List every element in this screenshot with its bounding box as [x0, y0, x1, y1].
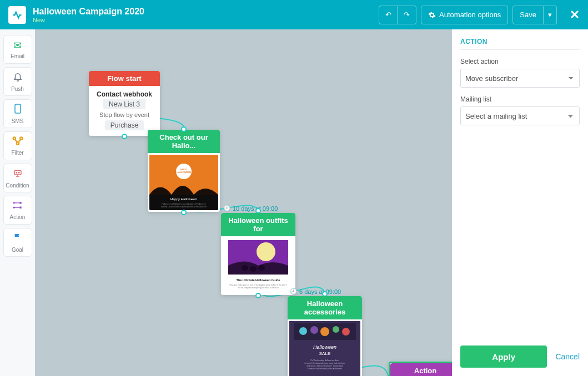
tool-push[interactable]: Push: [3, 67, 32, 96]
tool-email[interactable]: ✉ Email: [3, 35, 32, 64]
phone-icon: [14, 104, 22, 116]
connector-dot[interactable]: [122, 134, 127, 139]
bell-icon: [13, 72, 23, 84]
svg-rect-15: [19, 202, 21, 204]
properties-sidebar: ACTION Select action Move subscriber Mai…: [452, 29, 588, 376]
close-icon: [570, 9, 580, 19]
svg-rect-2: [15, 104, 21, 113]
save-dropdown-button[interactable]: ▾: [544, 6, 557, 24]
svg-point-32: [258, 265, 265, 271]
delay-label-1: 🕘10 days at 09:00: [223, 205, 278, 212]
node-body: Contact webhook New List 3 Stop flow by …: [89, 86, 160, 136]
thumbnail-image: Halloween SALE On Wednesday, Hallowe'en …: [289, 321, 360, 376]
tool-sidebar: ✉ Email Push SMS Filter Condition Action…: [0, 29, 35, 376]
svg-point-12: [18, 172, 19, 173]
undo-button[interactable]: ↶: [379, 6, 398, 24]
svg-point-31: [250, 266, 257, 272]
svg-text:and nerds, sale one costume; Y: and nerds, sale one costume; You'da thin…: [306, 365, 343, 367]
flag-icon: [13, 232, 22, 245]
svg-text:Sweety I, also known as Allhal: Sweety I, also known as Allhalloween All…: [161, 206, 207, 208]
header-bar: Halloween Campaign 2020 New ↶ ↷ Automati…: [0, 0, 588, 29]
apply-button[interactable]: Apply: [460, 345, 547, 368]
caret-down-icon: ▾: [548, 11, 552, 19]
node-header: Check out our Hallo...: [148, 130, 220, 153]
svg-point-40: [320, 327, 329, 336]
svg-point-14: [13, 206, 14, 208]
clock-icon: 🕘: [290, 288, 298, 295]
select-action-label: Select action: [460, 58, 580, 65]
action-icon: [12, 201, 23, 212]
svg-text:Happy Halloween!: Happy Halloween!: [170, 197, 198, 201]
svg-text:HALLOWEEN: HALLOWEEN: [177, 171, 191, 174]
tool-goal[interactable]: Goal: [3, 228, 32, 257]
email-thumbnail: The Ultimate Halloween Guide How you mak…: [221, 236, 295, 295]
svg-rect-8: [14, 170, 21, 175]
svg-rect-16: [19, 206, 21, 208]
tool-action[interactable]: Action: [3, 196, 32, 225]
svg-point-30: [242, 265, 248, 271]
thumbnail-image: HAPPY HALLOWEEN Happy Halloween! Hallowe…: [149, 155, 218, 210]
email-node-3[interactable]: Halloween accessories Halloween SALE On …: [288, 296, 362, 376]
svg-point-42: [342, 328, 350, 336]
email-node-1[interactable]: Check out our Hallo... HAPPY HALLOWEEN H…: [148, 130, 220, 212]
svg-point-13: [13, 202, 14, 204]
title-block: Halloween Campaign 2020 New: [33, 7, 379, 23]
node-header: Halloween accessories: [288, 296, 362, 319]
page-title: Halloween Campaign 2020: [33, 7, 379, 17]
svg-point-41: [333, 326, 339, 333]
automation-options-button[interactable]: Automation options: [421, 6, 508, 24]
gear-icon: [428, 11, 436, 19]
svg-text:On Wednesday, Hallowe'en deals: On Wednesday, Hallowe'en deals: [310, 359, 339, 362]
svg-point-39: [310, 326, 318, 334]
svg-point-29: [257, 242, 275, 261]
svg-text:We've compiled everything you : We've compiled everything you need to kn…: [238, 287, 279, 289]
tool-filter[interactable]: Filter: [3, 131, 32, 160]
pulse-icon: [12, 10, 22, 20]
sidebar-footer: Apply Cancel: [452, 337, 588, 376]
action-node[interactable]: × Action Move subscriber: [389, 362, 452, 376]
email-thumbnail: HAPPY HALLOWEEN Happy Halloween! Hallowe…: [148, 153, 220, 212]
flow-canvas[interactable]: Flow start Contact webhook New List 3 St…: [35, 29, 452, 376]
tool-sms[interactable]: SMS: [3, 99, 32, 128]
connector-dot[interactable]: [181, 210, 187, 215]
undo-icon: ↶: [385, 11, 391, 19]
svg-line-6: [14, 139, 17, 142]
svg-text:to work if it's okay with your: to work if it's okay with your boss: loo…: [304, 362, 345, 364]
node-header: Flow start: [89, 71, 160, 86]
email-node-2[interactable]: Halloween outfits for The Ultimate Hallo…: [221, 213, 295, 295]
connector-dot[interactable]: [255, 293, 261, 298]
redo-icon: ↷: [404, 11, 410, 19]
svg-point-38: [299, 327, 307, 335]
svg-text:SALE: SALE: [319, 351, 330, 356]
mailing-list-dropdown[interactable]: Select a mailing list: [460, 106, 580, 125]
svg-point-11: [16, 172, 17, 173]
svg-text:Halloween: Halloween: [313, 344, 336, 350]
select-action-dropdown[interactable]: Move subscriber: [460, 69, 580, 88]
condition-icon: [13, 168, 23, 181]
node-header: Halloween outfits for: [221, 213, 295, 236]
undo-redo-group: ↶ ↷: [379, 6, 416, 24]
svg-text:someone will dressed up like H: someone will dressed up like Halloween: [308, 368, 342, 370]
connector-dot[interactable]: [181, 126, 187, 132]
node-header: Action: [390, 363, 452, 376]
tool-condition[interactable]: Condition: [3, 164, 32, 192]
save-group: Save ▾: [512, 6, 557, 24]
clock-icon: 🕘: [223, 205, 231, 212]
thumbnail-image: The Ultimate Halloween Guide How you mak…: [223, 238, 294, 293]
status-label: New: [33, 17, 379, 23]
delay-label-2: 🕘6 days at 09:00: [290, 288, 341, 295]
svg-line-7: [18, 139, 20, 142]
close-button[interactable]: [570, 7, 580, 23]
save-button[interactable]: Save: [512, 6, 544, 24]
redo-button[interactable]: ↷: [398, 6, 416, 24]
filter-icon: [12, 136, 24, 148]
cancel-link[interactable]: Cancel: [555, 352, 580, 361]
sidebar-heading: ACTION: [460, 38, 580, 50]
svg-text:How you make your as one of th: How you make your as one of the biggest …: [230, 284, 287, 286]
svg-text:The Ultimate Halloween Guide: The Ultimate Halloween Guide: [237, 278, 280, 282]
email-icon: ✉: [13, 39, 22, 52]
flow-start-node[interactable]: Flow start Contact webhook New List 3 St…: [89, 71, 160, 136]
mailing-list-label: Mailing list: [460, 95, 580, 103]
app-logo: [8, 6, 26, 24]
email-thumbnail: Halloween SALE On Wednesday, Hallowe'en …: [288, 319, 362, 376]
